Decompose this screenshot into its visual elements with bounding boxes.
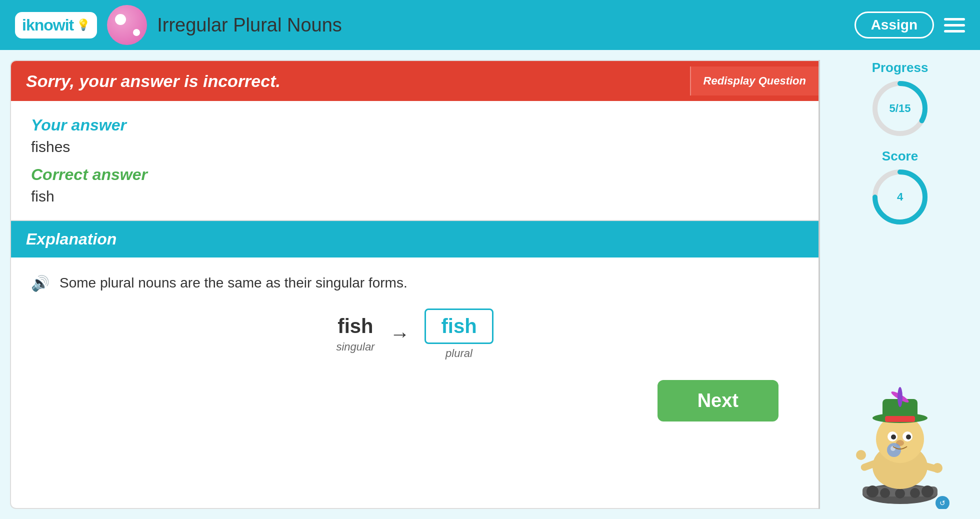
incorrect-banner: Sorry, your answer is incorrect. Redispl… (11, 61, 818, 101)
svg-point-15 (856, 450, 866, 460)
left-panel: Sorry, your answer is incorrect. Redispl… (10, 60, 818, 509)
speaker-icon[interactable]: 🔊 (31, 274, 50, 292)
logo-box: iknowit 💡 (15, 12, 97, 38)
explanation-text: Some plural nouns are the same as their … (60, 272, 408, 294)
score-label: Score (882, 148, 918, 164)
svg-point-25 (891, 434, 896, 440)
lesson-icon (107, 5, 147, 45)
lesson-title: Irregular Plural Nouns (157, 14, 342, 36)
score-container: Score 4 (870, 148, 930, 227)
correct-answer-value: fish (31, 188, 798, 205)
hamburger-line-2 (944, 24, 965, 26)
svg-point-8 (895, 488, 905, 498)
header-right: Assign (854, 12, 965, 38)
explanation-header: Explanation (11, 221, 818, 258)
right-panel: Progress 5/15 Score 4 (830, 60, 970, 509)
hamburger-line-3 (944, 30, 965, 32)
explanation-title: Explanation (26, 230, 116, 248)
arrow-icon: → (390, 323, 410, 346)
logo-text: iknowit (22, 16, 74, 34)
explanation-text-row: 🔊 Some plural nouns are the same as thei… (31, 272, 798, 294)
svg-point-6 (866, 486, 878, 498)
main-area: Sorry, your answer is incorrect. Redispl… (0, 50, 980, 519)
svg-point-10 (922, 486, 934, 498)
progress-container: Progress 5/15 (870, 60, 930, 138)
plural-word-group: fish plural (424, 308, 493, 360)
bulb-icon: 💡 (76, 18, 90, 32)
progress-value: 5/15 (890, 102, 911, 115)
explanation-body: 🔊 Some plural nouns are the same as thei… (11, 258, 818, 508)
your-answer-value: fishes (31, 138, 798, 156)
plural-label: plural (424, 347, 493, 360)
correct-answer-label: Correct answer (31, 166, 798, 184)
singular-word-group: fish singular (336, 315, 374, 354)
svg-text:↺: ↺ (940, 499, 946, 507)
answer-section: Your answer fishes Correct answer fish (11, 101, 818, 221)
next-btn-area: Next (31, 370, 798, 436)
svg-point-22 (898, 387, 902, 407)
next-button[interactable]: Next (658, 380, 778, 422)
progress-label: Progress (872, 60, 928, 76)
hamburger-line-1 (944, 18, 965, 20)
redisplay-button[interactable]: Redisplay Question (690, 66, 818, 96)
progress-circle: 5/15 (870, 78, 930, 138)
svg-point-7 (880, 488, 890, 498)
singular-word: fish (336, 315, 374, 338)
content-area: Sorry, your answer is incorrect. Redispl… (0, 50, 980, 519)
svg-point-14 (932, 463, 942, 473)
logo-area: iknowit 💡 (15, 12, 97, 38)
plural-word: fish (441, 315, 476, 338)
vertical-divider (818, 60, 820, 509)
svg-rect-19 (885, 416, 915, 422)
character-svg: ↺ (845, 379, 955, 509)
assign-button[interactable]: Assign (854, 12, 934, 38)
menu-button[interactable] (944, 18, 965, 32)
plural-word-box: fish (424, 308, 493, 344)
score-circle: 4 (870, 167, 930, 227)
singular-label: singular (336, 340, 374, 354)
incorrect-text: Sorry, your answer is incorrect. (11, 62, 690, 101)
fish-diagram: fish singular → fish plural (31, 308, 798, 360)
character-area: ↺ (845, 379, 955, 509)
svg-point-26 (906, 434, 911, 440)
header: iknowit 💡 Irregular Plural Nouns Assign (0, 0, 980, 50)
your-answer-label: Your answer (31, 116, 798, 134)
score-value: 4 (897, 190, 903, 204)
svg-point-9 (910, 488, 920, 498)
